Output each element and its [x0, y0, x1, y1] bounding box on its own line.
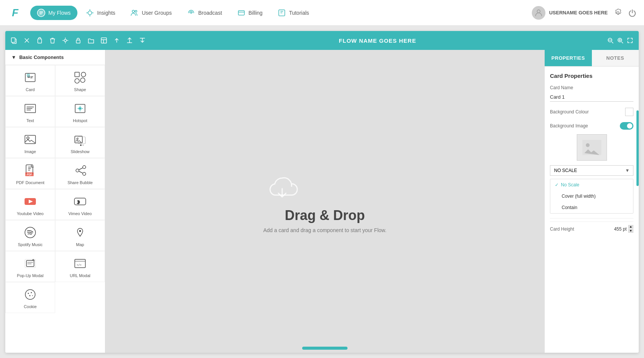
- background-image-preview[interactable]: [577, 134, 607, 161]
- sidebar-item-text[interactable]: Text: [5, 96, 55, 127]
- svg-point-33: [82, 144, 84, 146]
- sidebar-item-share-bubble[interactable]: Share Bubble: [55, 158, 105, 189]
- collapse-icon[interactable]: ▼: [11, 54, 16, 60]
- nav-item-user-groups[interactable]: User Groups: [124, 6, 178, 20]
- arrow-up-alt-icon[interactable]: [126, 37, 135, 44]
- sidebar-item-vimeo[interactable]: Vimeo Video: [55, 189, 105, 220]
- divider: [550, 218, 633, 219]
- svg-rect-5: [238, 11, 244, 15]
- svg-point-11: [64, 39, 66, 42]
- svg-point-1: [88, 11, 92, 15]
- paste-icon[interactable]: [36, 37, 45, 44]
- nav-item-billing[interactable]: Billing: [230, 6, 269, 20]
- card-name-label: Card Name: [550, 85, 633, 90]
- fullscreen-icon[interactable]: [627, 37, 633, 44]
- copy-icon[interactable]: [11, 37, 20, 44]
- sidebar-item-spotify[interactable]: Spotify Music: [5, 220, 55, 251]
- map-label: Map: [76, 242, 84, 247]
- nav-item-label: Billing: [249, 10, 263, 16]
- card-height-value: 455 pt ▲ ▼: [614, 225, 633, 233]
- arrow-down-icon[interactable]: [139, 37, 148, 44]
- scale-contain[interactable]: Contain: [550, 202, 633, 213]
- sidebar-item-url-modal[interactable]: </> URL Modal: [55, 251, 105, 282]
- sidebar-item-card[interactable]: Card: [5, 65, 55, 96]
- canvas-horizontal-scrollbar[interactable]: [302, 347, 347, 350]
- nav-item-insights[interactable]: Insights: [79, 6, 122, 20]
- app-logo[interactable]: F: [8, 5, 23, 20]
- power-icon[interactable]: [628, 9, 636, 17]
- broadcast-icon: [187, 9, 195, 17]
- share-bubble-component-icon: [73, 163, 88, 178]
- nav-item-label: My Flows: [48, 10, 71, 16]
- folder-icon[interactable]: [88, 37, 97, 44]
- svg-point-55: [586, 143, 590, 147]
- user-groups-icon: [130, 9, 139, 17]
- scale-no-scale[interactable]: ✓ No Scale: [550, 179, 633, 191]
- text-label: Text: [26, 118, 34, 123]
- bg-colour-swatch[interactable]: [625, 108, 633, 116]
- shape-label: Shape: [74, 87, 86, 92]
- bg-image-toggle[interactable]: [620, 122, 633, 130]
- card-name-input[interactable]: [550, 93, 633, 102]
- components-grid: Card Shape: [5, 65, 105, 313]
- panel-content: Card Properties Card Name Background Col…: [545, 67, 639, 353]
- arrow-up-icon[interactable]: [113, 37, 122, 44]
- sidebar-item-popup-modal[interactable]: Pop-Up Modal: [5, 251, 55, 282]
- scale-select[interactable]: NO SCALE Cover (full width) Contain: [550, 165, 633, 176]
- toolbar-right: [607, 37, 633, 44]
- youtube-component-icon: [23, 194, 38, 209]
- section-title: Basic Components: [19, 54, 64, 60]
- sidebar-item-pdf[interactable]: PDF PDF Document: [5, 158, 55, 189]
- sidebar-item-map[interactable]: Map: [55, 220, 105, 251]
- delete-icon[interactable]: [49, 37, 58, 44]
- sidebar-item-shape[interactable]: Shape: [55, 65, 105, 96]
- card-height-stepper[interactable]: ▲ ▼: [628, 225, 633, 233]
- top-navigation: F My Flows Insights: [0, 0, 644, 26]
- cut-icon[interactable]: [23, 37, 32, 44]
- svg-point-50: [28, 293, 29, 294]
- drag-drop-subtitle: Add a card and drag a component to start…: [263, 227, 386, 233]
- zoom-out-icon[interactable]: [607, 37, 614, 44]
- sidebar-item-youtube[interactable]: Youtube Video: [5, 189, 55, 220]
- sidebar-item-cookie[interactable]: Cookie: [5, 282, 55, 313]
- billing-icon: [237, 9, 246, 17]
- layout-icon[interactable]: [100, 37, 110, 44]
- main-area: FLOW NAME GOES HERE ▼ Basic Components: [0, 26, 644, 358]
- scale-cover[interactable]: Cover (full width): [550, 191, 633, 202]
- svg-rect-42: [74, 198, 86, 205]
- tab-notes[interactable]: NOTES: [592, 50, 639, 66]
- svg-rect-19: [75, 72, 79, 77]
- svg-point-52: [29, 295, 31, 296]
- nav-right: USERNAME GOES HERE: [532, 6, 636, 20]
- nav-item-label: Insights: [97, 10, 115, 16]
- cookie-component-icon: [23, 287, 38, 302]
- nav-item-my-flows[interactable]: My Flows: [30, 6, 77, 20]
- editor-wrapper: FLOW NAME GOES HERE ▼ Basic Components: [5, 31, 639, 353]
- svg-point-20: [81, 72, 86, 77]
- right-panel-scrollbar[interactable]: [636, 110, 639, 186]
- hotspot-label: Hotspot: [73, 118, 87, 123]
- background-image-row: Background Image: [550, 122, 633, 130]
- svg-rect-13: [101, 38, 107, 43]
- sidebar-item-slideshow[interactable]: Slideshow: [55, 127, 105, 158]
- svg-point-38: [83, 166, 86, 169]
- scale-dropdown-menu: ✓ No Scale Cover (full width) Contain: [550, 179, 633, 214]
- tab-properties[interactable]: PROPERTIES: [545, 50, 592, 66]
- flow-canvas[interactable]: Drag & Drop Add a card and drag a compon…: [105, 50, 544, 353]
- lock-icon[interactable]: [75, 37, 84, 44]
- sidebar-item-hotspot[interactable]: Hotspot: [55, 96, 105, 127]
- toolbar: FLOW NAME GOES HERE: [5, 31, 639, 50]
- stepper-up[interactable]: ▲: [628, 225, 633, 229]
- user-section[interactable]: USERNAME GOES HERE: [532, 6, 608, 20]
- settings-icon[interactable]: [614, 9, 622, 17]
- nav-item-tutorials[interactable]: Tutorials: [271, 6, 316, 20]
- vimeo-component-icon: [73, 194, 88, 209]
- card-name-group: Card Name: [550, 85, 633, 102]
- settings-cog-icon[interactable]: [62, 37, 71, 44]
- nav-item-broadcast[interactable]: Broadcast: [180, 6, 229, 20]
- sidebar-item-image[interactable]: Image: [5, 127, 55, 158]
- stepper-down[interactable]: ▼: [628, 229, 633, 233]
- svg-rect-12: [76, 40, 80, 43]
- nav-items: My Flows Insights User Group: [30, 6, 532, 20]
- zoom-in-icon[interactable]: [617, 37, 624, 44]
